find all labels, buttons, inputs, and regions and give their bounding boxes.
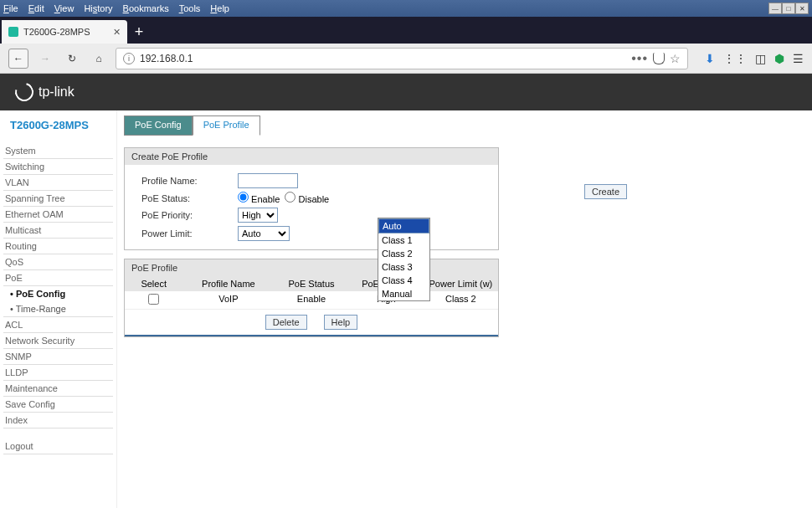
label-power-limit: Power Limit: xyxy=(141,228,238,239)
bookmark-star-icon[interactable]: ☆ xyxy=(670,52,681,65)
dropdown-option-auto[interactable]: Auto xyxy=(378,218,429,233)
sidebar-item-multicast[interactable]: Multicast xyxy=(3,223,113,239)
url-bar[interactable]: i 192.168.0.1 ••• ☆ xyxy=(116,48,688,69)
window-close-icon[interactable]: ✕ xyxy=(795,3,809,14)
site-info-icon[interactable]: i xyxy=(123,53,135,64)
menu-file[interactable]: File xyxy=(3,3,18,13)
label-poe-status: PoE Status: xyxy=(141,193,238,203)
dropdown-option-class4[interactable]: Class 4 xyxy=(378,274,429,287)
power-limit-dropdown: Auto Class 1 Class 2 Class 3 Class 4 Man… xyxy=(378,218,430,301)
page-actions-icon[interactable]: ••• xyxy=(631,51,648,66)
profile-name-input[interactable] xyxy=(238,173,298,188)
os-menubar: File Edit View History Bookmarks Tools H… xyxy=(0,0,812,17)
brand-text: tp-link xyxy=(39,85,75,100)
browser-tabstrip: T2600G-28MPS ✕ + xyxy=(0,17,812,44)
window-maximize-icon[interactable]: □ xyxy=(782,3,795,14)
pocket-icon[interactable] xyxy=(653,53,665,64)
sidebar-item-routing[interactable]: Routing xyxy=(3,239,113,254)
col-select: Select xyxy=(125,276,182,291)
logo-icon xyxy=(12,80,37,105)
new-tab-button[interactable]: + xyxy=(127,20,151,44)
col-name: Profile Name xyxy=(182,276,274,291)
sidebar-item-vlan[interactable]: VLAN xyxy=(3,175,113,191)
sidebar-item-qos[interactable]: QoS xyxy=(3,254,113,270)
panel1-title: Create PoE Profile xyxy=(125,148,498,165)
menu-bookmarks[interactable]: Bookmarks xyxy=(123,3,169,13)
sidebar-item-index[interactable]: Index xyxy=(3,413,113,428)
shield-icon[interactable]: ⬢ xyxy=(774,52,784,65)
row-checkbox[interactable] xyxy=(148,294,159,305)
radio-enable-label[interactable]: Enable xyxy=(238,192,280,204)
favicon-icon xyxy=(8,27,18,37)
menu-history[interactable]: History xyxy=(84,3,112,13)
row-limit: Class 2 xyxy=(424,291,498,309)
download-icon[interactable]: ⬇ xyxy=(705,52,715,65)
table-row: VoIP Enable High Class 2 xyxy=(125,291,498,310)
sidebar-icon[interactable]: ◫ xyxy=(755,52,766,65)
sidebar-sub-time-range[interactable]: • Time-Range xyxy=(3,301,113,317)
sidebar-logout[interactable]: Logout xyxy=(3,439,113,454)
radio-disable-label[interactable]: Disable xyxy=(285,192,329,204)
menu-tools[interactable]: Tools xyxy=(179,3,201,13)
sidebar: T2600G-28MPS System Switching VLAN Spann… xyxy=(0,110,117,508)
menu-view[interactable]: View xyxy=(54,3,75,13)
power-limit-select[interactable]: Auto xyxy=(238,226,290,241)
dropdown-option-class1[interactable]: Class 1 xyxy=(378,233,429,247)
model-label: T2600G-28MPS xyxy=(3,110,113,143)
row-status: Enable xyxy=(274,291,348,309)
table-header: Select Profile Name PoE Status PoE Prior… xyxy=(125,276,498,291)
sidebar-item-switching[interactable]: Switching xyxy=(3,159,113,175)
dropdown-option-class3[interactable]: Class 3 xyxy=(378,260,429,274)
menu-help[interactable]: Help xyxy=(210,3,229,13)
tab-poe-config[interactable]: PoE Config xyxy=(124,115,193,136)
sidebar-item-system[interactable]: System xyxy=(3,143,113,159)
tab-title: T2600G-28MPS xyxy=(23,27,90,37)
brand-header: tp-link xyxy=(0,74,812,110)
profile-table-panel: PoE Profile Select Profile Name PoE Stat… xyxy=(124,259,499,337)
library-icon[interactable]: ⋮⋮ xyxy=(723,52,747,65)
radio-enable[interactable] xyxy=(238,192,249,203)
dropdown-option-manual[interactable]: Manual xyxy=(378,287,429,300)
browser-tab[interactable]: T2600G-28MPS ✕ xyxy=(2,20,127,44)
col-status: PoE Status xyxy=(274,276,348,291)
reload-button[interactable]: ↻ xyxy=(62,49,82,69)
main-content: PoE Config PoE Profile Create PoE Profil… xyxy=(117,110,812,508)
tplink-logo: tp-link xyxy=(15,83,75,101)
tab-close-icon[interactable]: ✕ xyxy=(113,27,121,38)
create-profile-panel: Create PoE Profile Profile Name: PoE Sta… xyxy=(124,147,499,250)
back-button[interactable]: ← xyxy=(8,49,28,69)
menu-edit[interactable]: Edit xyxy=(28,3,44,13)
window-minimize-icon[interactable]: — xyxy=(768,3,782,14)
help-button[interactable]: Help xyxy=(324,315,358,330)
url-text: 192.168.0.1 xyxy=(140,53,631,64)
sidebar-sub-poe-config[interactable]: • PoE Config xyxy=(3,286,113,301)
row-name: VoIP xyxy=(182,291,274,309)
label-poe-priority: PoE Priority: xyxy=(141,210,238,220)
browser-navbar: ← → ↻ ⌂ i 192.168.0.1 ••• ☆ ⬇ ⋮⋮ ◫ ⬢ ☰ xyxy=(0,44,812,74)
col-limit: Power Limit (w) xyxy=(424,276,498,291)
create-button[interactable]: Create xyxy=(584,184,627,199)
tab-poe-profile[interactable]: PoE Profile xyxy=(193,115,260,136)
sidebar-item-poe[interactable]: PoE xyxy=(3,270,113,286)
home-button[interactable]: ⌂ xyxy=(89,49,109,69)
radio-disable[interactable] xyxy=(285,192,296,203)
sidebar-item-acl[interactable]: ACL xyxy=(3,317,113,333)
sidebar-item-spanning-tree[interactable]: Spanning Tree xyxy=(3,191,113,207)
dropdown-option-class2[interactable]: Class 2 xyxy=(378,247,429,260)
sidebar-item-ethernet-oam[interactable]: Ethernet OAM xyxy=(3,207,113,223)
sidebar-item-maintenance[interactable]: Maintenance xyxy=(3,381,113,397)
sidebar-item-snmp[interactable]: SNMP xyxy=(3,349,113,365)
sidebar-item-save-config[interactable]: Save Config xyxy=(3,397,113,413)
label-profile-name: Profile Name: xyxy=(141,176,238,186)
sidebar-item-lldp[interactable]: LLDP xyxy=(3,365,113,381)
hamburger-menu-icon[interactable]: ☰ xyxy=(793,52,804,65)
panel2-title: PoE Profile xyxy=(125,259,498,276)
sidebar-item-network-security[interactable]: Network Security xyxy=(3,333,113,349)
delete-button[interactable]: Delete xyxy=(265,315,307,330)
forward-button[interactable]: → xyxy=(35,49,55,69)
priority-select[interactable]: High xyxy=(238,208,278,223)
